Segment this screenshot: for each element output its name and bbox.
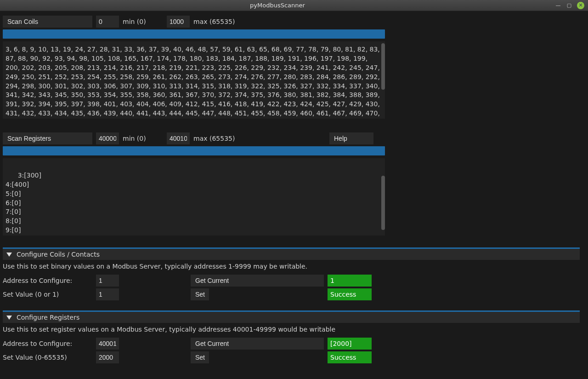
window-controls: — ▢ ✕ xyxy=(555,2,588,9)
regs-set-button[interactable]: Set xyxy=(191,351,209,363)
configure-registers-desc: Use this to set register values on a Mod… xyxy=(3,323,580,336)
coils-output: 3, 6, 8, 9, 10, 13, 19, 24, 27, 28, 31, … xyxy=(3,41,385,119)
scan-registers-panel: Scan Registers min (0) max (65535) Help … xyxy=(3,132,389,235)
configure-coils-desc: Use this to set binary values on a Modbu… xyxy=(3,260,580,273)
help-button[interactable]: Help xyxy=(329,132,373,144)
coils-output-text: 3, 6, 8, 9, 10, 13, 19, 24, 27, 28, 31, … xyxy=(6,46,380,119)
regs-progress xyxy=(3,146,385,155)
coils-addr-input[interactable] xyxy=(96,275,119,287)
regs-min-label: min (0) xyxy=(123,132,163,144)
coils-addr-label: Address to Configure: xyxy=(3,275,92,287)
collapse-icon xyxy=(6,253,12,257)
regs-current-value: [2000] xyxy=(328,338,372,350)
configure-registers-header[interactable]: Configure Registers xyxy=(3,312,580,323)
configure-coils-title: Configure Coils / Contacts xyxy=(17,251,100,258)
title-bar: pyModbusScanner — ▢ ✕ xyxy=(0,0,588,11)
regs-max-label: max (65535) xyxy=(193,132,326,144)
regs-setval-input[interactable] xyxy=(96,351,119,363)
coils-get-current-button[interactable]: Get Current xyxy=(191,275,324,287)
coils-scrollbar[interactable] xyxy=(381,43,385,90)
scan-registers-button[interactable]: Scan Registers xyxy=(3,132,92,144)
configure-registers-title: Configure Registers xyxy=(17,314,79,321)
coils-set-button[interactable]: Set xyxy=(191,288,209,300)
regs-set-status: Success xyxy=(328,351,372,363)
window-title: pyModbusScanner xyxy=(0,2,555,9)
coils-set-status: Success xyxy=(328,288,372,300)
configure-coils-header[interactable]: Configure Coils / Contacts xyxy=(3,249,580,260)
coils-min-label: min (0) xyxy=(123,16,163,28)
client-area: Scan Coils min (0) max (65535) 3, 6, 8, … xyxy=(0,11,588,379)
regs-setval-label: Set Value (0-65535) xyxy=(3,351,92,363)
minimize-icon[interactable]: — xyxy=(555,2,561,9)
coils-min-input[interactable] xyxy=(96,16,119,28)
coils-max-input[interactable] xyxy=(167,16,190,28)
regs-addr-label: Address to Configure: xyxy=(3,338,92,350)
close-icon[interactable]: ✕ xyxy=(577,2,584,9)
regs-addr-input[interactable] xyxy=(96,338,119,350)
coils-progress xyxy=(3,29,385,39)
regs-max-input[interactable] xyxy=(167,132,190,144)
configure-coils-section: Configure Coils / Contacts Use this to s… xyxy=(3,247,580,300)
regs-output: 3:[300] 4:[400] 5:[0] 6:[0] 7:[0] 8:[0] … xyxy=(3,158,385,235)
regs-min-input[interactable] xyxy=(96,132,119,144)
maximize-icon[interactable]: ▢ xyxy=(566,2,572,9)
scan-coils-button[interactable]: Scan Coils xyxy=(3,16,92,28)
coils-setval-input[interactable] xyxy=(96,288,119,300)
coils-current-value: 1 xyxy=(328,275,372,287)
coils-setval-label: Set Value (0 or 1) xyxy=(3,288,92,300)
collapse-icon xyxy=(6,316,12,320)
regs-get-current-button[interactable]: Get Current xyxy=(191,338,324,350)
coils-max-label: max (65535) xyxy=(193,16,235,28)
regs-output-text: 3:[300] 4:[400] 5:[0] 6:[0] 7:[0] 8:[0] … xyxy=(6,172,41,234)
regs-scrollbar[interactable] xyxy=(381,176,385,230)
configure-registers-section: Configure Registers Use this to set regi… xyxy=(3,310,580,363)
scan-coils-panel: Scan Coils min (0) max (65535) 3, 6, 8, … xyxy=(3,16,389,119)
